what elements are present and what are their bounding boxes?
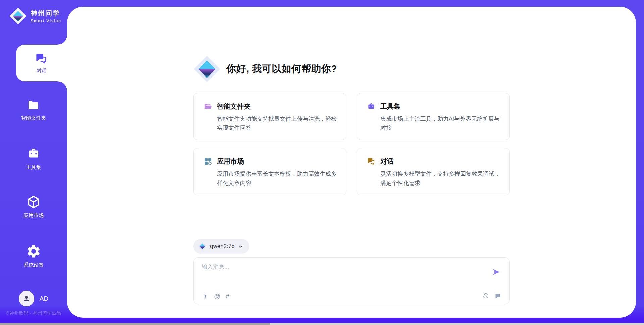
feature-cards: 智能文件夹 智能文件夹功能支持批量文件上传与清洗，轻松实现文件问答 工具集 集成… — [193, 93, 510, 195]
card-description: 集成市场上主流工具，助力AI与外界无缝扩展与对接 — [367, 114, 500, 132]
history-icon[interactable] — [482, 292, 489, 300]
scrollbar-thumb[interactable] — [0, 323, 270, 325]
brand: 神州问学 Smart Vision — [9, 7, 61, 25]
card-description: 智能文件夹功能支持批量文件上传与清洗，轻松实现文件问答 — [204, 114, 337, 132]
mention-icon[interactable]: @ — [214, 293, 220, 299]
card-description: 灵活切换多模型文件，支持多样回复效果调试，满足个性化需求 — [367, 169, 500, 187]
assistant-logo-icon — [193, 55, 221, 83]
brand-logo-icon — [9, 7, 27, 25]
model-name: qwen2:7b — [210, 243, 235, 250]
card-title: 应用市场 — [217, 157, 244, 166]
card-chat[interactable]: 对话 灵活切换多模型文件，支持多样回复效果调试，满足个性化需求 — [357, 148, 510, 195]
chevron-down-icon — [238, 244, 243, 249]
composer-actions — [482, 290, 501, 301]
message-composer: @ # — [193, 257, 510, 304]
card-toolset[interactable]: 工具集 集成市场上主流工具，助力AI与外界无缝扩展与对接 — [357, 93, 510, 140]
folder-icon — [27, 99, 40, 112]
toolbox-icon — [26, 147, 41, 161]
sidebar-item-chat[interactable]: 对话 — [16, 45, 67, 81]
sidebar-item-label: 应用市场 — [23, 212, 44, 219]
card-smart-folder[interactable]: 智能文件夹 智能文件夹功能支持批量文件上传与清洗，轻松实现文件问答 — [193, 93, 346, 140]
message-input[interactable] — [202, 263, 477, 284]
card-app-market[interactable]: 应用市场 应用市场提供丰富长文本模板，助力高效生成多样化文章内容 — [193, 148, 346, 195]
sidebar-item-label: 工具集 — [26, 164, 41, 171]
sidebar-item-label: 智能文件夹 — [21, 115, 46, 121]
toolbox-icon — [367, 102, 376, 111]
send-icon[interactable] — [492, 268, 501, 276]
composer-divider — [202, 287, 501, 287]
user-row[interactable]: AD — [0, 291, 67, 306]
chat-bubble-icon[interactable] — [494, 292, 501, 300]
sidebar-item-label: 对话 — [37, 68, 47, 74]
sidebar: 神州问学 Smart Vision 对话 智能文件夹 工具集 应用市场 — [0, 0, 67, 325]
card-title: 工具集 — [380, 102, 400, 111]
composer-tools: @ # — [202, 290, 229, 301]
hashtag-icon[interactable]: # — [226, 293, 229, 299]
folder-open-icon — [204, 102, 212, 111]
content-column: 你好, 我可以如何帮助你? 智能文件夹 智能文件夹功能支持批量文件上传与清洗，轻… — [193, 7, 510, 318]
greeting-text: 你好, 我可以如何帮助你? — [226, 62, 337, 76]
card-description: 应用市场提供丰富长文本模板，助力高效生成多样化文章内容 — [204, 169, 337, 187]
brand-tagline: Smart Vision — [31, 19, 61, 23]
sidebar-item-toolset[interactable]: 工具集 — [0, 147, 67, 171]
tab-fillet-bottom — [58, 81, 67, 91]
greeting: 你好, 我可以如何帮助你? — [193, 55, 337, 83]
horizontal-scrollbar[interactable] — [0, 323, 644, 325]
chat-icon — [35, 52, 48, 65]
avatar — [19, 291, 34, 306]
user-initials: AD — [40, 295, 48, 302]
card-title: 对话 — [380, 157, 394, 166]
main-panel: 你好, 我可以如何帮助你? 智能文件夹 智能文件夹功能支持批量文件上传与清洗，轻… — [67, 7, 636, 318]
paperclip-icon[interactable] — [202, 292, 209, 300]
person-icon — [22, 294, 31, 303]
tab-fillet-top — [58, 35, 67, 45]
brand-name: 神州问学 — [31, 9, 61, 18]
sidebar-item-app-market[interactable]: 应用市场 — [0, 195, 67, 219]
cube-icon — [26, 195, 41, 209]
card-title: 智能文件夹 — [217, 102, 251, 111]
copyright-footer: ©神州数码 · 神州问学出品 — [0, 310, 67, 316]
sidebar-item-settings[interactable]: 系统设置 — [0, 244, 67, 268]
gear-icon — [26, 244, 41, 259]
sidebar-item-label: 系统设置 — [23, 262, 44, 268]
sidebar-item-smart-folder[interactable]: 智能文件夹 — [0, 99, 67, 121]
model-logo-icon — [198, 242, 207, 251]
grid-icon — [204, 157, 212, 166]
model-selector[interactable]: qwen2:7b — [193, 239, 249, 254]
chat-icon — [367, 157, 376, 166]
